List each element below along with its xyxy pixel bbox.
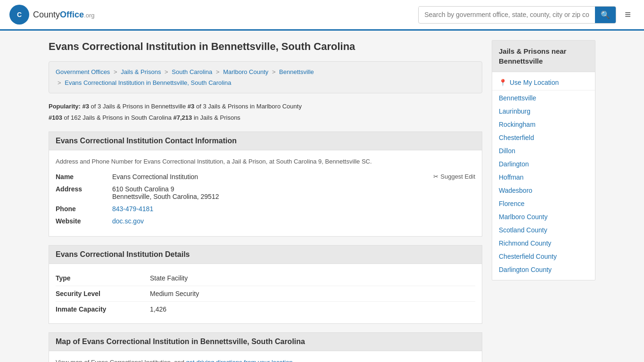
detail-label-0: Type [56, 274, 150, 282]
search-icon: 🔍 [601, 11, 610, 19]
sidebar-item-8: Florence [492, 197, 595, 210]
suggest-edit-link[interactable]: ✂ Suggest Edit [433, 173, 475, 180]
sidebar: Jails & Prisons near Bennettsville 📍 Use… [492, 40, 595, 362]
details-section-header: Evans Correctional Institution Details [49, 245, 482, 264]
detail-value-1: Medium Security [150, 290, 199, 297]
breadcrumb-sep-2: > [165, 68, 168, 75]
detail-row-1: Security Level Medium Security [56, 286, 475, 302]
breadcrumb-sep-1: > [114, 68, 117, 75]
breadcrumb-sep-3: > [216, 68, 220, 75]
sidebar-item-7: Wadesboro [492, 184, 595, 197]
main-container: Evans Correctional Institution in Bennet… [39, 31, 605, 362]
contact-description: Address and Phone Number for Evans Corre… [56, 157, 475, 166]
contact-section-content: Address and Phone Number for Evans Corre… [49, 150, 482, 237]
address-line2: Bennettsville, South Carolina, 29512 [112, 193, 475, 200]
detail-label-1: Security Level [56, 290, 150, 297]
sidebar-item-5: Darlington [492, 157, 595, 171]
breadcrumb-marlboro[interactable]: Marlboro County [223, 68, 268, 75]
pop-badge-4: #7,213 in Jails & Prisons [173, 114, 240, 121]
breadcrumb-bennettsville[interactable]: Bennettsville [279, 68, 314, 75]
website-link[interactable]: doc.sc.gov [112, 217, 144, 225]
search-button[interactable]: 🔍 [595, 7, 616, 23]
sidebar-item-4: Dillon [492, 144, 595, 157]
sidebar-link-4[interactable]: Dillon [499, 147, 515, 155]
sidebar-item-1: Laurinburg [492, 105, 595, 118]
driving-directions-link[interactable]: get driving directions from your locatio… [186, 359, 293, 362]
sidebar-link-7[interactable]: Wadesboro [499, 187, 532, 194]
sidebar-title: Jails & Prisons near Bennettsville [492, 41, 595, 72]
sidebar-divider [492, 90, 595, 90]
suggest-edit-label: Suggest Edit [440, 173, 475, 180]
sidebar-link-5[interactable]: Darlington [499, 160, 529, 168]
sidebar-link-2[interactable]: Rockingham [499, 121, 536, 128]
pop-badge-3: #103 of 162 Jails & Prisons in South Car… [49, 114, 172, 121]
sidebar-link-3[interactable]: Chesterfield [499, 134, 534, 141]
address-value: 610 South Carolina 9 Bennettsville, Sout… [112, 185, 475, 200]
breadcrumb-sep-5: > [58, 79, 61, 86]
sidebar-item-12: Chesterfield County [492, 250, 595, 263]
map-section-header: Map of Evans Correctional Institution in… [49, 332, 482, 351]
contact-name-row: Name Evans Correctional Institution ✂ Su… [56, 173, 475, 181]
sidebar-link-11[interactable]: Richmond County [499, 239, 551, 247]
map-description: View map of Evans Correctional Instituti… [56, 358, 475, 362]
sidebar-link-0[interactable]: Bennettsville [499, 94, 536, 102]
edit-icon: ✂ [433, 173, 438, 180]
sidebar-links-container: BennettsvilleLaurinburgRockinghamChester… [492, 91, 595, 276]
breadcrumb-jails[interactable]: Jails & Prisons [121, 68, 161, 75]
detail-label-2: Inmate Capacity [56, 305, 150, 313]
contact-name-group: Name Evans Correctional Institution [56, 173, 198, 181]
breadcrumb-govt-offices[interactable]: Government Offices [56, 68, 110, 75]
contact-website-row: Website doc.sc.gov [56, 217, 475, 225]
name-label: Name [56, 173, 112, 181]
sidebar-box: Jails & Prisons near Bennettsville 📍 Use… [492, 40, 595, 280]
svg-text:C: C [17, 11, 22, 18]
sidebar-item-0: Bennettsville [492, 91, 595, 105]
content-area: Evans Correctional Institution in Bennet… [49, 40, 482, 362]
sidebar-link-9[interactable]: Marlboro County [499, 213, 548, 221]
popularity-label: Popularity: [49, 103, 81, 110]
site-header: C CountyOffice.org 🔍 ≡ [0, 0, 644, 31]
breadcrumb-sep-4: > [272, 68, 276, 75]
details-section-content: Type State Facility Security Level Mediu… [49, 264, 482, 324]
popularity: Popularity: #3 of 3 Jails & Prisons in B… [49, 101, 482, 123]
sidebar-item-11: Richmond County [492, 237, 595, 250]
logo-area: C CountyOffice.org [9, 5, 94, 25]
address-label: Address [56, 185, 112, 193]
phone-value: 843-479-4181 [112, 205, 475, 213]
logo-icon: C [9, 5, 29, 25]
sidebar-link-8[interactable]: Florence [499, 200, 524, 207]
sidebar-item-10: Scotland County [492, 223, 595, 237]
search-input[interactable] [419, 7, 595, 22]
website-value: doc.sc.gov [112, 217, 475, 225]
breadcrumb-sc[interactable]: South Carolina [172, 68, 212, 75]
phone-label: Phone [56, 205, 112, 213]
sidebar-item-6: Hoffman [492, 171, 595, 184]
use-my-location-link[interactable]: Use My Location [510, 79, 559, 86]
breadcrumb-current[interactable]: Evans Correctional Institution in Bennet… [65, 79, 231, 86]
contact-phone-row: Phone 843-479-4181 [56, 205, 475, 213]
sidebar-link-13[interactable]: Darlington County [499, 266, 552, 273]
detail-value-0: State Facility [150, 274, 188, 282]
contact-address-row: Address 610 South Carolina 9 Bennettsvil… [56, 185, 475, 200]
sidebar-link-12[interactable]: Chesterfield County [499, 253, 557, 260]
map-period: . [294, 359, 296, 362]
details-table: Type State Facility Security Level Mediu… [56, 271, 475, 317]
detail-row-2: Inmate Capacity 1,426 [56, 302, 475, 317]
sidebar-item-13: Darlington County [492, 263, 595, 276]
page-title: Evans Correctional Institution in Bennet… [49, 40, 482, 54]
header-controls: 🔍 ≡ [418, 6, 635, 24]
sidebar-link-10[interactable]: Scotland County [499, 226, 547, 234]
pop-badge-1: #3 of 3 Jails & Prisons in Bennettsville [83, 103, 186, 110]
sidebar-link-1[interactable]: Laurinburg [499, 107, 530, 115]
contact-section-header: Evans Correctional Institution Contact I… [49, 132, 482, 150]
website-label: Website [56, 217, 112, 225]
menu-button[interactable]: ≡ [621, 7, 635, 23]
use-my-location-item: 📍 Use My Location [492, 76, 595, 89]
detail-row-0: Type State Facility [56, 271, 475, 286]
sidebar-item-2: Rockingham [492, 118, 595, 131]
sidebar-link-6[interactable]: Hoffman [499, 173, 524, 181]
name-value: Evans Correctional Institution [112, 173, 198, 181]
sidebar-list: 📍 Use My Location BennettsvilleLaurinbur… [492, 72, 595, 280]
phone-link[interactable]: 843-479-4181 [112, 205, 153, 213]
sidebar-item-9: Marlboro County [492, 210, 595, 223]
